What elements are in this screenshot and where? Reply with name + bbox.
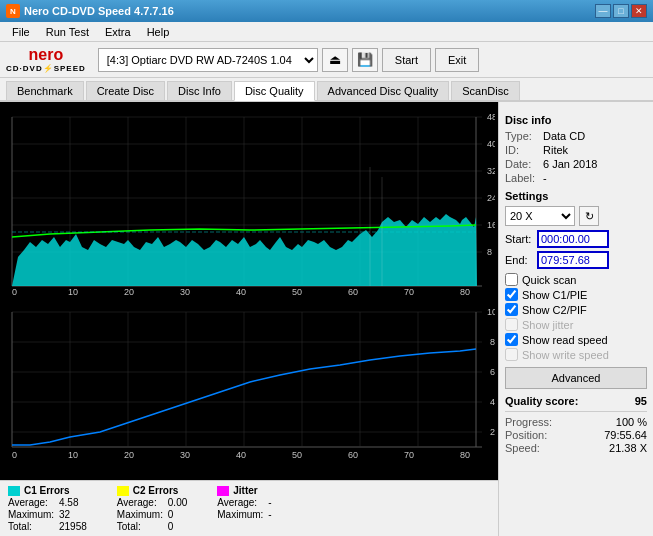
stats-section: Progress: 100 % Position: 79:55.64 Speed… [505, 411, 647, 454]
eject-button[interactable]: ⏏ [322, 48, 348, 72]
svg-text:10: 10 [487, 307, 495, 317]
quality-score-value: 95 [635, 395, 647, 407]
start-time-input[interactable] [537, 230, 609, 248]
speed-stat-label: Speed: [505, 442, 540, 454]
svg-text:32: 32 [487, 166, 495, 176]
show-c2-row: Show C2/PIF [505, 303, 647, 316]
bottom-chart: 10 8 6 4 2 0 10 20 30 40 50 60 70 80 [0, 297, 498, 462]
position-row: Position: 79:55.64 [505, 429, 647, 441]
c2-color [117, 486, 129, 496]
bottom-chart-svg: 10 8 6 4 2 0 10 20 30 40 50 60 70 80 [0, 297, 495, 462]
svg-text:50: 50 [292, 287, 302, 297]
show-c1-checkbox[interactable] [505, 288, 518, 301]
quick-scan-checkbox[interactable] [505, 273, 518, 286]
titlebar-controls[interactable]: — □ ✕ [595, 4, 647, 18]
disc-date-row: Date: 6 Jan 2018 [505, 158, 647, 170]
speed-stat-row: Speed: 21.38 X [505, 442, 647, 454]
c2-label: C2 Errors [133, 485, 179, 496]
disc-info-title: Disc info [505, 114, 647, 126]
label-label: Label: [505, 172, 543, 184]
main-content: 48 40 32 24 16 8 0 10 20 30 40 50 60 70 [0, 102, 653, 536]
menu-help[interactable]: Help [139, 24, 178, 40]
speed-select[interactable]: 20 X Max 1 X 4 X 8 X [505, 206, 575, 226]
svg-text:70: 70 [404, 287, 414, 297]
chart-panel: 48 40 32 24 16 8 0 10 20 30 40 50 60 70 [0, 102, 498, 536]
c1-label: C1 Errors [24, 485, 70, 496]
minimize-button[interactable]: — [595, 4, 611, 18]
save-button[interactable]: 💾 [352, 48, 378, 72]
show-write-speed-label: Show write speed [522, 349, 609, 361]
start-button[interactable]: Start [382, 48, 431, 72]
progress-value: 100 % [616, 416, 647, 428]
show-read-speed-checkbox[interactable] [505, 333, 518, 346]
show-jitter-checkbox[interactable] [505, 318, 518, 331]
id-value: Ritek [543, 144, 568, 156]
svg-text:10: 10 [68, 287, 78, 297]
svg-text:40: 40 [236, 287, 246, 297]
logo-nero: nero [29, 46, 64, 64]
show-c2-label: Show C2/PIF [522, 304, 587, 316]
end-label: End: [505, 254, 537, 266]
svg-text:70: 70 [404, 450, 414, 460]
maximize-button[interactable]: □ [613, 4, 629, 18]
close-button[interactable]: ✕ [631, 4, 647, 18]
svg-text:24: 24 [487, 193, 495, 203]
svg-text:30: 30 [180, 450, 190, 460]
tab-scan-disc[interactable]: ScanDisc [451, 81, 519, 100]
checkboxes-section: Quick scan Show C1/PIE Show C2/PIF Show … [505, 273, 647, 361]
speed-row: 20 X Max 1 X 4 X 8 X ↻ [505, 206, 647, 226]
disc-id-row: ID: Ritek [505, 144, 647, 156]
svg-text:8: 8 [487, 247, 492, 257]
legend-area: C1 Errors Average: 4.58 Maximum: 32 Tota… [0, 480, 498, 536]
type-label: Type: [505, 130, 543, 142]
svg-text:60: 60 [348, 287, 358, 297]
show-jitter-row: Show jitter [505, 318, 647, 331]
svg-text:4: 4 [490, 397, 495, 407]
advanced-button[interactable]: Advanced [505, 367, 647, 389]
refresh-button[interactable]: ↻ [579, 206, 599, 226]
menu-file[interactable]: File [4, 24, 38, 40]
svg-text:48: 48 [487, 112, 495, 122]
charts-area: 48 40 32 24 16 8 0 10 20 30 40 50 60 70 [0, 102, 498, 480]
tab-create-disc[interactable]: Create Disc [86, 81, 165, 100]
quick-scan-label: Quick scan [522, 274, 576, 286]
c1-total-value: 21958 [59, 521, 87, 532]
c2-max-label: Maximum: [117, 509, 162, 520]
menu-run-test[interactable]: Run Test [38, 24, 97, 40]
tab-disc-info[interactable]: Disc Info [167, 81, 232, 100]
app-icon: N [6, 4, 20, 18]
quick-scan-row: Quick scan [505, 273, 647, 286]
svg-text:50: 50 [292, 450, 302, 460]
show-read-speed-row: Show read speed [505, 333, 647, 346]
svg-text:30: 30 [180, 287, 190, 297]
svg-text:20: 20 [124, 287, 134, 297]
tab-advanced-disc-quality[interactable]: Advanced Disc Quality [317, 81, 450, 100]
svg-text:2: 2 [490, 427, 495, 437]
svg-text:0: 0 [12, 287, 17, 297]
type-value: Data CD [543, 130, 585, 142]
c2-total-label: Total: [117, 521, 162, 532]
legend-jitter: Jitter Average: - Maximum: - [217, 485, 271, 532]
svg-text:6: 6 [490, 367, 495, 377]
svg-text:80: 80 [460, 287, 470, 297]
svg-text:40: 40 [487, 139, 495, 149]
top-chart-svg: 48 40 32 24 16 8 0 10 20 30 40 50 60 70 [0, 102, 495, 297]
id-label: ID: [505, 144, 543, 156]
legend-c2: C2 Errors Average: 0.00 Maximum: 0 Total… [117, 485, 187, 532]
disc-label-row: Label: - [505, 172, 647, 184]
start-time-row: Start: [505, 230, 647, 248]
end-time-input[interactable] [537, 251, 609, 269]
show-c2-checkbox[interactable] [505, 303, 518, 316]
exit-button[interactable]: Exit [435, 48, 479, 72]
tab-benchmark[interactable]: Benchmark [6, 81, 84, 100]
drive-select[interactable]: [4:3] Optiarc DVD RW AD-7240S 1.04 [98, 48, 318, 72]
logo-sub: CD·DVD⚡SPEED [6, 64, 86, 73]
c2-total-value: 0 [168, 521, 174, 532]
jitter-avg-label: Average: [217, 497, 262, 508]
show-write-speed-checkbox[interactable] [505, 348, 518, 361]
svg-text:80: 80 [460, 450, 470, 460]
menubar: File Run Test Extra Help [0, 22, 653, 42]
menu-extra[interactable]: Extra [97, 24, 139, 40]
tab-disc-quality[interactable]: Disc Quality [234, 81, 315, 101]
top-chart: 48 40 32 24 16 8 0 10 20 30 40 50 60 70 [0, 102, 498, 297]
